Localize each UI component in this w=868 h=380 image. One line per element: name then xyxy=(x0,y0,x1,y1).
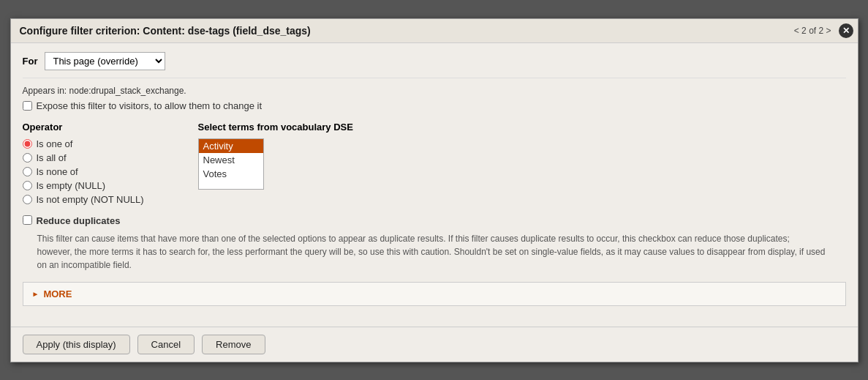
more-arrow-icon: ► xyxy=(32,290,39,298)
expose-checkbox[interactable] xyxy=(23,101,32,111)
radio-is-all-of-label: Is all of xyxy=(37,152,67,163)
operator-is-all-of[interactable]: Is all of xyxy=(23,152,169,163)
dup-description: This filter can cause items that have mo… xyxy=(37,232,827,272)
expose-label: Expose this filter to visitors, to allow… xyxy=(37,100,263,111)
close-button[interactable]: ✕ xyxy=(839,23,853,38)
modal-footer: Apply (this display) Cancel Remove xyxy=(11,327,858,362)
vocab-item-votes[interactable]: Votes xyxy=(199,167,263,181)
more-label: MORE xyxy=(43,288,72,299)
radio-is-not-empty[interactable] xyxy=(23,195,32,204)
reduce-dup-label: Reduce duplicates xyxy=(37,215,121,226)
vocab-section: Select terms from vocabulary DSE Activit… xyxy=(198,122,846,205)
modal-title: Configure filter criterion: Content: dse… xyxy=(20,25,311,37)
radio-is-all-of[interactable] xyxy=(23,153,32,163)
for-select[interactable]: This page (override) All displays xyxy=(45,52,165,70)
for-label: For xyxy=(23,56,38,67)
for-row: For This page (override) All displays xyxy=(23,52,846,78)
more-section: ► MORE xyxy=(23,282,846,306)
operator-is-not-empty[interactable]: Is not empty (NOT NULL) xyxy=(23,194,169,205)
radio-is-none-of[interactable] xyxy=(23,167,32,176)
operator-is-none-of[interactable]: Is none of xyxy=(23,166,169,177)
vocab-listbox[interactable]: Activity Newest Votes xyxy=(198,138,264,190)
vocab-item-newest[interactable]: Newest xyxy=(199,153,263,167)
operator-is-one-of[interactable]: Is one of xyxy=(23,138,169,149)
modal-nav: < 2 of 2 > xyxy=(794,26,831,36)
operator-is-empty[interactable]: Is empty (NULL) xyxy=(23,180,169,191)
radio-is-one-of[interactable] xyxy=(23,139,32,149)
operator-section: Operator Is one of Is all of Is none of xyxy=(23,122,169,205)
modal-header: Configure filter criterion: Content: dse… xyxy=(11,19,858,43)
vocab-title: Select terms from vocabulary DSE xyxy=(198,122,846,133)
reduce-dup-checkbox[interactable] xyxy=(23,215,32,225)
operator-radio-group: Is one of Is all of Is none of Is empty … xyxy=(23,138,169,205)
vocab-item-activity[interactable]: Activity xyxy=(199,139,263,153)
cancel-button[interactable]: Cancel xyxy=(137,335,195,354)
appears-in: Appears in: node:drupal_stack_exchange. xyxy=(23,86,846,96)
radio-is-empty-label: Is empty (NULL) xyxy=(37,180,106,191)
radio-is-empty[interactable] xyxy=(23,181,32,190)
radio-is-one-of-label: Is one of xyxy=(37,138,73,149)
operator-title: Operator xyxy=(23,122,169,133)
modal-body: For This page (override) All displays Ap… xyxy=(11,43,858,327)
radio-is-not-empty-label: Is not empty (NOT NULL) xyxy=(37,194,144,205)
more-header[interactable]: ► MORE xyxy=(23,283,845,305)
radio-is-none-of-label: Is none of xyxy=(37,166,78,177)
expose-row: Expose this filter to visitors, to allow… xyxy=(23,100,846,111)
remove-button[interactable]: Remove xyxy=(202,335,265,354)
apply-button[interactable]: Apply (this display) xyxy=(23,335,130,354)
main-content: Operator Is one of Is all of Is none of xyxy=(23,122,846,205)
modal-dialog: Configure filter criterion: Content: dse… xyxy=(10,18,858,362)
reduce-dup-row: Reduce duplicates xyxy=(23,215,846,226)
